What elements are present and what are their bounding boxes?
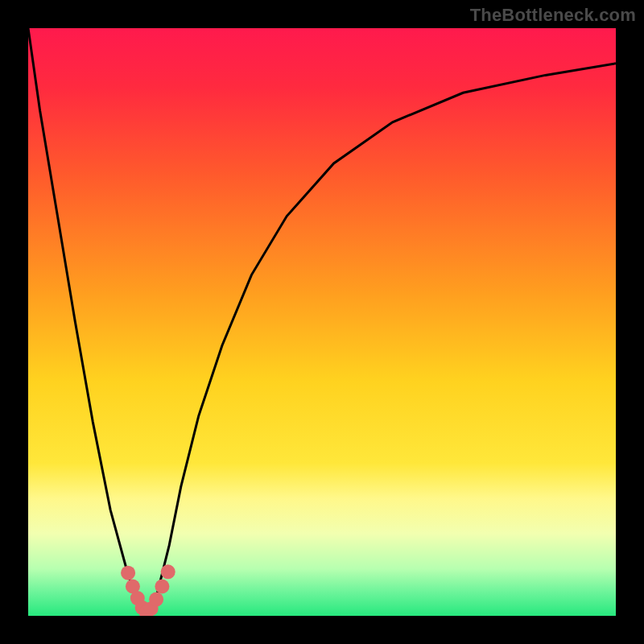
- sweet-spot-dot: [149, 592, 163, 607]
- chart-frame: TheBottleneck.com: [0, 0, 644, 644]
- watermark-text: TheBottleneck.com: [470, 5, 636, 26]
- plot-area: [28, 28, 616, 616]
- sweet-spot-dot: [161, 564, 175, 579]
- sweet-spot-markers: [121, 564, 175, 616]
- sweet-spot-dot: [155, 580, 169, 594]
- bottleneck-curve: [28, 28, 616, 616]
- sweet-spot-dot: [121, 566, 135, 580]
- curve-line: [28, 28, 616, 616]
